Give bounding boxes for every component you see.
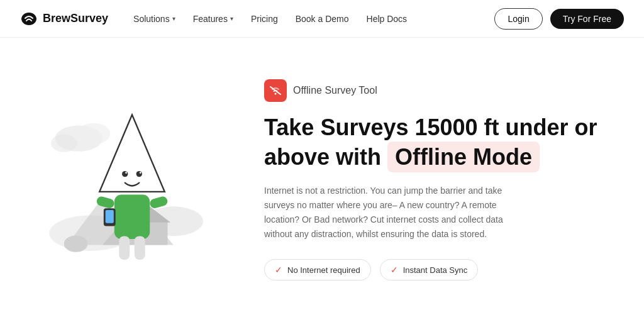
nav-solutions[interactable]: Solutions ▾ xyxy=(133,14,175,24)
nav-book-demo[interactable]: Book a Demo xyxy=(296,14,349,24)
chevron-down-icon: ▾ xyxy=(230,15,233,22)
character-illustration xyxy=(38,79,226,280)
login-button[interactable]: Login xyxy=(494,8,542,30)
headline-highlight: Offline Mode xyxy=(387,142,540,172)
svg-point-15 xyxy=(122,171,128,177)
svg-point-6 xyxy=(64,235,88,252)
logo-icon xyxy=(20,10,38,28)
svg-rect-13 xyxy=(106,210,114,223)
nav-help-docs[interactable]: Help Docs xyxy=(367,14,408,24)
nav-pricing[interactable]: Pricing xyxy=(251,14,278,24)
check-icon: ✓ xyxy=(391,265,398,275)
hero-section: Offline Survey Tool Take Surveys 15000 f… xyxy=(0,38,644,322)
feature-badges: ✓ No Internet required ✓ Instant Data Sy… xyxy=(264,259,606,280)
svg-point-21 xyxy=(51,135,77,152)
nav-buttons: Login Try For Free xyxy=(494,8,624,30)
navbar: BrewSurvey Solutions ▾ Features ▾ Pricin… xyxy=(0,0,644,38)
hero-illustration xyxy=(25,79,239,280)
logo[interactable]: BrewSurvey xyxy=(20,10,108,28)
check-icon: ✓ xyxy=(275,265,282,275)
svg-rect-7 xyxy=(114,195,150,240)
svg-point-22 xyxy=(275,92,277,94)
svg-point-20 xyxy=(77,123,110,145)
svg-rect-9 xyxy=(135,236,145,260)
nav-links: Solutions ▾ Features ▾ Pricing Book a De… xyxy=(133,14,494,24)
feature-badge-no-internet: ✓ No Internet required xyxy=(264,259,371,280)
hero-badge-label: Offline Survey Tool xyxy=(293,85,377,96)
nav-features[interactable]: Features ▾ xyxy=(193,14,233,24)
try-for-free-button[interactable]: Try For Free xyxy=(550,9,624,29)
svg-rect-8 xyxy=(119,236,130,260)
hero-badge-row: Offline Survey Tool xyxy=(264,79,606,102)
feature-badge-data-sync: ✓ Instant Data Sync xyxy=(380,259,479,280)
hero-description: Internet is not a restriction. You can j… xyxy=(264,184,528,242)
svg-marker-14 xyxy=(99,114,165,191)
svg-point-17 xyxy=(125,172,127,174)
hero-headline: Take Surveys 15000 ft under or above wit… xyxy=(264,113,606,172)
svg-point-16 xyxy=(136,171,142,177)
hero-content: Offline Survey Tool Take Surveys 15000 f… xyxy=(252,79,606,280)
wifi-off-icon xyxy=(264,79,287,102)
svg-point-18 xyxy=(140,172,142,174)
logo-text: BrewSurvey xyxy=(43,12,108,25)
chevron-down-icon: ▾ xyxy=(172,15,175,22)
